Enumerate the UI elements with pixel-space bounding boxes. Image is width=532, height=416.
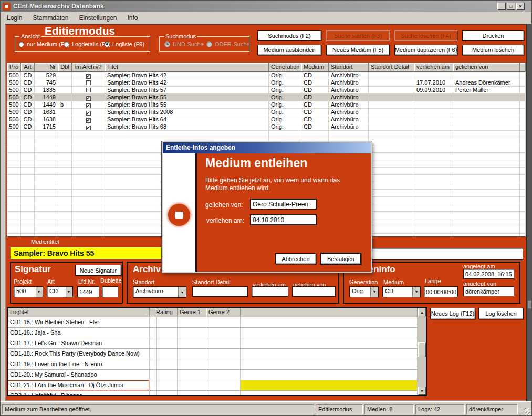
dialog-verliehen-am-input[interactable] — [250, 214, 317, 225]
radio-dot — [104, 41, 110, 47]
menu-stammdaten[interactable]: Stammdaten — [27, 13, 74, 23]
column-header[interactable]: Generation — [269, 63, 301, 72]
medium-duplizieren-button[interactable]: Medium duplizieren (F6) — [394, 45, 457, 55]
table-row[interactable]: 500 CD 1631 ✓ Sampler: Bravo Hits 2008 O… — [7, 109, 526, 116]
scroll-up-icon[interactable]: ▲ — [418, 308, 426, 316]
column-header[interactable]: Genre 2 — [206, 308, 241, 317]
column-header[interactable]: verliehen am — [414, 63, 453, 72]
neues-log-button[interactable]: Neues Log (F12) — [430, 308, 475, 319]
column-header[interactable]: Dbl — [58, 63, 72, 72]
checkbox-checked-icon: ✓ — [86, 118, 91, 123]
medium-ausblenden-button[interactable]: Medium ausblenden — [257, 45, 321, 55]
medium-select[interactable]: CD▼ — [382, 286, 421, 297]
log-table: Logtitel▵ Rating Genre 1 Genre 2 CD1-15.… — [7, 307, 427, 396]
list-item[interactable]: CD1-21.: I Am the Musicman - Dj Ötzi Jun… — [8, 380, 418, 391]
radio-nur-medium[interactable]: nur Medium (F7) — [18, 41, 69, 47]
abbrechen-button[interactable]: Abbrechen — [275, 253, 316, 264]
radio-logdetails[interactable]: Logdetails (F8) — [64, 41, 110, 47]
list-item[interactable]: CD1-18.: Rock This Party (Everybody Danc… — [8, 349, 418, 359]
laenge-input[interactable] — [424, 286, 458, 297]
bestaetigen-button[interactable]: Bestätigen — [320, 253, 361, 265]
checkbox-checked-icon: ✓ — [86, 126, 91, 130]
dialog-title-bar[interactable]: Entleihe-Infos angeben — [163, 142, 371, 153]
menu-einstellungen[interactable]: Einstellungen — [74, 13, 122, 23]
status-medien-count: Medien: 8 — [364, 404, 414, 414]
art-select[interactable]: CD▼ — [47, 286, 73, 297]
generation-label: Generation — [349, 279, 378, 285]
table-row[interactable]: 500 CD 745 Sampler: Bravo Hits 42 Orig. … — [7, 79, 526, 87]
list-item[interactable]: CD1-16.: Jaja - Sha — [8, 328, 418, 338]
log-scrollbar[interactable]: ▲ ▼ — [418, 308, 426, 395]
angelegt-am-input[interactable] — [463, 269, 514, 279]
checkbox-unchecked-icon — [86, 80, 91, 85]
column-header[interactable]: Genre 1 — [178, 308, 206, 317]
dialog-verliehen-am-label: verliehen am: — [206, 217, 244, 224]
neue-signatur-button[interactable]: Neue Signatur — [75, 265, 121, 276]
list-item[interactable]: CD1-20.: My Samurai - Shanadoo — [8, 370, 418, 380]
table-row[interactable]: 500 CD 1335 Sampler: Bravo Hits 57 Orig.… — [7, 87, 526, 94]
status-mode: Editiermodus — [316, 404, 363, 414]
scroll-thumb[interactable] — [418, 342, 426, 357]
column-header[interactable]: Art — [21, 63, 35, 72]
table-row[interactable]: 500 CD 1449 ✓ Sampler: Bravo Hits 55 Ori… — [7, 94, 526, 101]
medium-loeschen-button[interactable]: Medium löschen — [462, 45, 524, 55]
drucken-button[interactable]: Drucken — [462, 30, 524, 41]
column-header[interactable]: Pro — [7, 63, 21, 72]
list-item[interactable]: CD1-19.: Lover on the Line - N-euro — [8, 359, 418, 370]
table-row-empty[interactable] — [7, 131, 526, 138]
geliehen-von-input[interactable] — [292, 286, 336, 297]
radio-logliste[interactable]: Logliste (F9) — [104, 41, 144, 47]
standort-label: Standort — [133, 279, 155, 285]
lfdnr-input[interactable] — [77, 286, 99, 297]
close-button[interactable]: × — [516, 3, 525, 10]
neues-medium-button[interactable]: Neues Medium (F5) — [326, 45, 390, 55]
minimize-button[interactable]: _ — [497, 3, 506, 10]
column-header[interactable]: Standort Detail — [369, 63, 414, 72]
title-bar: CEnt Medienarchiv Datenbank _ □ × — [1, 1, 531, 12]
menu-info[interactable]: Info — [122, 13, 143, 23]
column-header[interactable]: Nr — [35, 63, 58, 72]
column-header[interactable]: Logtitel▵ — [8, 308, 150, 317]
maximize-button[interactable]: □ — [507, 3, 515, 10]
table-row[interactable]: 500 CD 1449 b ✓ Sampler: Bravo Hits 55 O… — [7, 101, 526, 109]
menu-login[interactable]: Login — [2, 13, 27, 23]
resize-grip[interactable] — [524, 408, 530, 415]
column-header[interactable]: Standort — [329, 63, 369, 72]
media-table-header: Pro Art Nr Dbl im Archiv? Titel Generati… — [7, 63, 526, 72]
list-item[interactable]: CD2-1.: Unfaithful - Rihanna — [8, 391, 418, 395]
suchmodus-button[interactable]: Suchmodus (F2) — [257, 30, 321, 41]
log-loeschen-button[interactable]: Log löschen — [478, 308, 524, 319]
verliehen-am-input[interactable] — [252, 286, 288, 297]
log-table-body: CD1-15.: Wir Bleiben Stehen - Fler CD1-1… — [8, 317, 418, 395]
column-header[interactable]: Medium — [301, 63, 329, 72]
table-row[interactable]: 500 CD 1638 ✓ Sampler: Bravo Hits 64 Ori… — [7, 116, 526, 123]
dublette-input[interactable] — [102, 286, 118, 297]
standort-detail-input[interactable] — [192, 286, 248, 297]
radio-dot — [164, 41, 170, 47]
chevron-down-icon[interactable]: ▼ — [370, 287, 378, 297]
projekt-select[interactable]: 500▼ — [14, 286, 43, 297]
scroll-down-icon[interactable]: ▼ — [418, 387, 426, 395]
radio-oder-suche[interactable]: ODER-Suche — [206, 41, 250, 47]
list-item[interactable]: CD1-17.: Let's Go - Shawn Desman — [8, 338, 418, 349]
table-row[interactable]: 500 CD 529 ✓ Sampler: Bravo Hits 42 Orig… — [7, 72, 526, 79]
chevron-down-icon[interactable]: ▼ — [178, 287, 186, 297]
chevron-down-icon[interactable]: ▼ — [65, 287, 72, 297]
column-header[interactable]: Rating — [154, 308, 178, 317]
chevron-down-icon[interactable]: ▼ — [412, 287, 420, 297]
dialog-geliehen-von-label: geliehen von: — [205, 201, 243, 209]
angelegt-von-input[interactable] — [463, 286, 514, 296]
generation-select[interactable]: Orig.▼ — [349, 286, 379, 297]
chevron-down-icon[interactable]: ▼ — [35, 287, 43, 297]
list-item[interactable]: CD1-15.: Wir Bleiben Stehen - Fler — [8, 317, 418, 328]
dialog-geliehen-von-input[interactable] — [250, 199, 317, 210]
column-header[interactable]: geliehen von — [453, 63, 520, 72]
column-header[interactable]: Titel — [105, 63, 269, 72]
standort-select[interactable]: Archivbüro▼ — [133, 286, 186, 298]
mode-heading: Editiermodus — [45, 25, 115, 37]
radio-und-suche[interactable]: UND-Suche — [164, 41, 204, 47]
column-header[interactable]: im Archiv? — [72, 63, 105, 72]
app-logo-icon — [168, 204, 190, 226]
table-row[interactable]: 500 CD 1715 ✓ Sampler: Bravo Hits 68 Ori… — [7, 123, 526, 131]
window-scrollbar[interactable] — [526, 24, 532, 401]
